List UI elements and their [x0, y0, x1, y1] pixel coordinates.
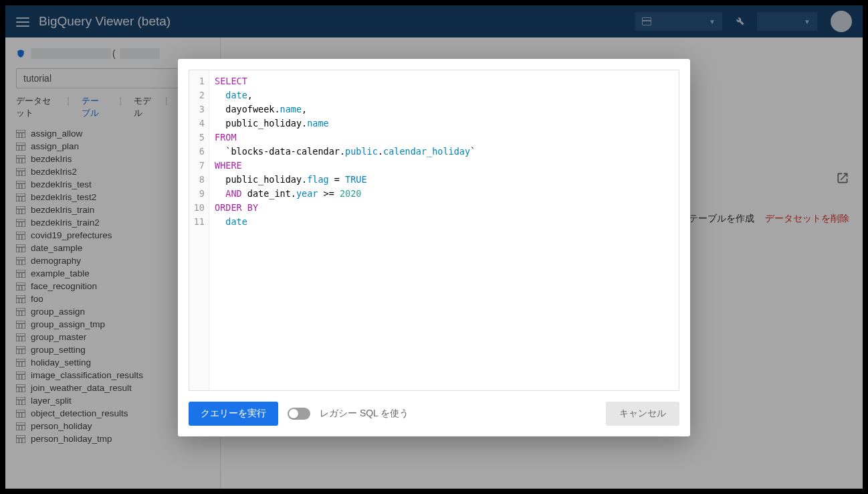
legacy-sql-label: レガシー SQL を使う [320, 408, 409, 420]
legacy-sql-toggle[interactable] [288, 408, 310, 420]
line-gutter: 1234567891011 [189, 70, 209, 390]
query-modal: 1234567891011 SELECT date, dayofweek.nam… [178, 59, 690, 436]
sql-code[interactable]: SELECT date, dayofweek.name, public_holi… [209, 70, 679, 390]
sql-editor[interactable]: 1234567891011 SELECT date, dayofweek.nam… [189, 70, 679, 391]
cancel-button[interactable]: キャンセル [606, 402, 679, 426]
modal-footer: クエリーを実行 レガシー SQL を使う キャンセル [189, 402, 679, 426]
run-query-button[interactable]: クエリーを実行 [189, 402, 278, 426]
modal-overlay: 1234567891011 SELECT date, dayofweek.nam… [5, 5, 863, 489]
